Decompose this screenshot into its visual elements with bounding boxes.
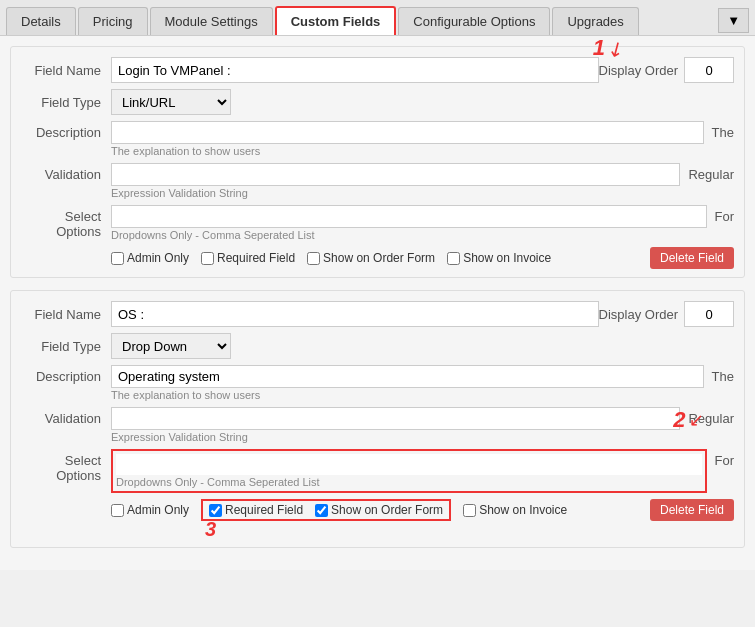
field-name-input-2[interactable] <box>111 301 599 327</box>
checkbox-required-1[interactable]: Required Field <box>201 251 295 265</box>
validation-area-1: Expression Validation String <box>111 163 680 199</box>
field-name-label-2: Field Name <box>21 307 111 322</box>
validation-sublabel-2: Expression Validation String <box>111 431 680 443</box>
checkbox-required-2[interactable]: Required Field <box>209 503 303 517</box>
description-area-2: The explanation to show users <box>111 365 704 401</box>
validation-sublabel-1: Expression Validation String <box>111 187 680 199</box>
checkbox-invoice-input-2[interactable] <box>463 504 476 517</box>
field-name-row-1: Field Name Display Order <box>21 57 734 83</box>
select-options-input-2[interactable] <box>116 454 702 475</box>
field-card-2: Field Name Display Order Field Type Drop… <box>10 290 745 548</box>
field-type-label-2: Field Type <box>21 339 111 354</box>
checkbox-admin-only-label-2: Admin Only <box>127 503 189 517</box>
description-label-2: Description <box>21 365 111 384</box>
validation-row-2: Validation Expression Validation String … <box>21 407 734 443</box>
tab-pricing[interactable]: Pricing <box>78 7 148 35</box>
tab-upgrades[interactable]: Upgrades <box>552 7 638 35</box>
validation-row-1: Validation Expression Validation String … <box>21 163 734 199</box>
validation-input-1[interactable] <box>111 163 680 186</box>
select-options-right-1: For <box>715 205 735 224</box>
select-options-right-2: For <box>715 449 735 468</box>
checkbox-order-form-label-2: Show on Order Form <box>331 503 443 517</box>
field-type-select-2[interactable]: Drop Down Text Text Area Link/URL <box>111 333 231 359</box>
select-options-label-1: Select Options <box>21 205 111 239</box>
checkbox-order-form-input-1[interactable] <box>307 252 320 265</box>
select-options-area-2: Dropdowns Only - Comma Seperated List <box>111 449 707 493</box>
checkbox-row-1: Admin Only Required Field Show on Order … <box>21 247 734 269</box>
tab-details[interactable]: Details <box>6 7 76 35</box>
field-name-label-1: Field Name <box>21 63 111 78</box>
validation-annotation-container: Validation Expression Validation String … <box>21 407 734 443</box>
description-input-2[interactable] <box>111 365 704 388</box>
checkbox-required-label-1: Required Field <box>217 251 295 265</box>
checkbox-invoice-label-2: Show on Invoice <box>479 503 567 517</box>
delete-field-btn-1[interactable]: Delete Field <box>650 247 734 269</box>
validation-label-2: Validation <box>21 407 111 426</box>
description-input-1[interactable] <box>111 121 704 144</box>
validation-right-2: Regular <box>688 407 734 426</box>
field-card-1: 1 ↙ Field Name Display Order Field Type … <box>10 46 745 278</box>
tab-module-settings[interactable]: Module Settings <box>150 7 273 35</box>
tab-custom-fields[interactable]: Custom Fields <box>275 6 397 35</box>
checkbox-row-2: Admin Only Required Field Show on Order … <box>21 499 734 521</box>
field-type-row-2: Field Type Drop Down Text Text Area Link… <box>21 333 734 359</box>
checkbox-required-label-2: Required Field <box>225 503 303 517</box>
annotated-checkboxes-2: Required Field Show on Order Form 3 <box>201 499 451 521</box>
checkbox-admin-only-input-1[interactable] <box>111 252 124 265</box>
checkbox-required-input-1[interactable] <box>201 252 214 265</box>
description-right-2: The <box>712 365 734 384</box>
description-right-1: The <box>712 121 734 140</box>
display-order-input-1[interactable] <box>684 57 734 83</box>
description-sublabel-2: The explanation to show users <box>111 389 704 401</box>
select-options-sublabel-2: Dropdowns Only - Comma Seperated List <box>116 476 702 488</box>
display-order-label-1: Display Order <box>599 63 684 78</box>
field-name-input-1[interactable] <box>111 57 599 83</box>
description-row-1: Description The explanation to show user… <box>21 121 734 157</box>
checkbox-admin-only-2[interactable]: Admin Only <box>111 503 189 517</box>
display-order-input-2[interactable] <box>684 301 734 327</box>
checkbox-admin-only-input-2[interactable] <box>111 504 124 517</box>
description-label-1: Description <box>21 121 111 140</box>
checkbox-required-input-2[interactable] <box>209 504 222 517</box>
checkbox-invoice-label-1: Show on Invoice <box>463 251 551 265</box>
validation-input-2[interactable] <box>111 407 680 430</box>
field-type-label-1: Field Type <box>21 95 111 110</box>
select-options-sublabel-1: Dropdowns Only - Comma Seperated List <box>111 229 707 241</box>
checkbox-order-form-2[interactable]: Show on Order Form <box>315 503 443 517</box>
description-row-2: Description The explanation to show user… <box>21 365 734 401</box>
validation-area-2: Expression Validation String <box>111 407 680 443</box>
tabs-dropdown-arrow[interactable]: ▼ <box>718 8 749 33</box>
select-options-label-2: Select Options <box>21 449 111 483</box>
select-options-row-1: Select Options Dropdowns Only - Comma Se… <box>21 205 734 241</box>
select-options-row-2: Select Options Dropdowns Only - Comma Se… <box>21 449 734 493</box>
checkbox-invoice-1[interactable]: Show on Invoice <box>447 251 551 265</box>
checkbox-admin-only-1[interactable]: Admin Only <box>111 251 189 265</box>
checkbox-invoice-input-1[interactable] <box>447 252 460 265</box>
validation-label-1: Validation <box>21 163 111 182</box>
field-type-select-1[interactable]: Link/URL Text Text Area Drop Down <box>111 89 231 115</box>
content-area: 1 ↙ Field Name Display Order Field Type … <box>0 36 755 570</box>
tab-configurable-options[interactable]: Configurable Options <box>398 7 550 35</box>
field-type-row-1: Field Type Link/URL Text Text Area Drop … <box>21 89 734 115</box>
field-name-row-2: Field Name Display Order <box>21 301 734 327</box>
delete-field-btn-2[interactable]: Delete Field <box>650 499 734 521</box>
description-area-1: The explanation to show users <box>111 121 704 157</box>
checkbox-admin-only-label-1: Admin Only <box>127 251 189 265</box>
checkbox-invoice-2[interactable]: Show on Invoice <box>463 503 567 517</box>
description-sublabel-1: The explanation to show users <box>111 145 704 157</box>
select-options-area-1: Dropdowns Only - Comma Seperated List <box>111 205 707 241</box>
select-options-input-1[interactable] <box>111 205 707 228</box>
validation-right-1: Regular <box>688 163 734 182</box>
tabs-bar: Details Pricing Module Settings Custom F… <box>0 0 755 36</box>
display-order-label-2: Display Order <box>599 307 684 322</box>
checkbox-order-form-1[interactable]: Show on Order Form <box>307 251 435 265</box>
checkbox-order-form-label-1: Show on Order Form <box>323 251 435 265</box>
checkbox-order-form-input-2[interactable] <box>315 504 328 517</box>
